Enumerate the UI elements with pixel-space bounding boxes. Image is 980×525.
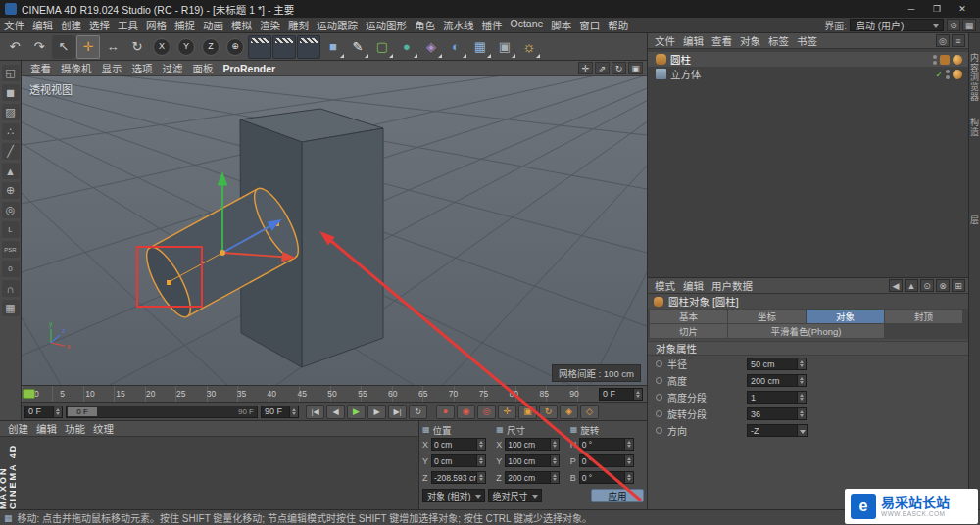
attribute-menu-item[interactable]: 模式	[651, 278, 679, 293]
menu-item[interactable]: 脚本	[547, 18, 575, 32]
menu-item[interactable]: 插件	[478, 18, 507, 32]
point-mode-icon[interactable]: ∴	[2, 123, 20, 140]
menu-item[interactable]: 创建	[57, 18, 85, 32]
side-tab[interactable]: 层	[968, 215, 980, 225]
key-position-button[interactable]: ✛	[498, 405, 516, 419]
texture-mode-icon[interactable]: ▨	[2, 104, 20, 120]
side-tab[interactable]: 内容浏览器	[968, 53, 980, 102]
menu-item[interactable]: 网格	[142, 18, 171, 32]
menu-item[interactable]: 窗口	[575, 18, 604, 32]
key-pla-button[interactable]: ◇	[580, 405, 599, 419]
viewport-maximize-icon[interactable]: ▣	[628, 62, 643, 74]
camera-icon[interactable]: ▣	[493, 35, 516, 59]
menu-item[interactable]: 动画	[199, 18, 227, 32]
record-selection-button[interactable]: ◎	[477, 405, 496, 419]
model-mode-icon[interactable]: ◼	[2, 84, 20, 101]
attr-grid-icon[interactable]: ⊞	[952, 279, 965, 292]
attr-up-icon[interactable]: ▲	[905, 279, 918, 292]
material-menu-item[interactable]: 编辑	[32, 421, 61, 436]
position-field[interactable]: 0 cm	[431, 454, 486, 467]
viewport-zoom-icon[interactable]: ⇗	[595, 62, 610, 74]
interface-search-icon[interactable]: ⊙	[947, 19, 960, 31]
primitive-cube-icon[interactable]: ■	[321, 35, 345, 59]
menu-item[interactable]: 工具	[114, 18, 142, 32]
current-frame-field[interactable]: 0 F	[24, 406, 63, 418]
render-view-icon[interactable]	[248, 35, 271, 59]
coordinate-system-icon[interactable]: ⊕	[223, 35, 247, 59]
move-tool-icon[interactable]: ✛	[76, 35, 100, 59]
generators-icon[interactable]: ●	[395, 35, 418, 59]
snap-icon[interactable]: ∩	[2, 280, 20, 297]
object-manager-menu-item[interactable]: 标签	[764, 33, 793, 48]
menu-item[interactable]: 渲染	[256, 18, 284, 32]
object-row-cylinder[interactable]: 圆柱	[648, 52, 968, 67]
make-editable-icon[interactable]: ◱	[2, 65, 20, 81]
attribute-tab[interactable]: 封顶	[885, 310, 962, 323]
handle-point[interactable]	[167, 280, 172, 285]
om-menu-icon[interactable]: ≡	[952, 34, 965, 47]
autokey-button[interactable]: ◉	[457, 405, 475, 419]
z-axis-lock-icon[interactable]: Z	[199, 35, 222, 59]
material-menu-item[interactable]: 功能	[61, 421, 89, 436]
environment-icon[interactable]: ◐	[444, 35, 467, 59]
field-input[interactable]: 200 cm	[747, 374, 807, 387]
menu-item[interactable]: 雕刻	[284, 18, 313, 32]
goto-end-button[interactable]: ▶|	[388, 405, 407, 419]
attribute-tab[interactable]: 基本	[650, 310, 727, 323]
size-mode-select[interactable]: 绝对尺寸	[488, 489, 542, 502]
next-frame-button[interactable]: ▶	[368, 405, 386, 419]
phong-tag-icon[interactable]	[953, 70, 962, 79]
viewport-solo-icon[interactable]: ◎	[2, 202, 20, 218]
viewport-menu-item[interactable]: 显示	[97, 61, 127, 75]
rotate-tool-icon[interactable]: ↻	[125, 35, 149, 59]
attribute-tab[interactable]: 切片	[650, 324, 727, 338]
material-menu-item[interactable]: 纹理	[89, 421, 118, 436]
frame-range-slider[interactable]: 0 F 90 F	[66, 406, 258, 418]
menu-item[interactable]: 编辑	[28, 18, 57, 32]
spinner-icon[interactable]	[634, 388, 643, 401]
material-menu-item[interactable]: 创建	[4, 421, 32, 436]
attribute-tab[interactable]: 平滑着色(Phong)	[728, 324, 884, 338]
attribute-tab[interactable]: 坐标	[728, 310, 806, 323]
edge-mode-icon[interactable]: ╱	[2, 143, 20, 160]
object-manager-menu-item[interactable]: 查看	[708, 33, 736, 48]
visibility-dots[interactable]	[933, 55, 937, 65]
object-manager-menu-item[interactable]: 对象	[736, 33, 764, 48]
viewport-menu-item[interactable]: 查看	[25, 61, 56, 75]
key-parameter-button[interactable]: ◈	[560, 405, 578, 419]
enabled-check-icon[interactable]: ✓	[935, 70, 943, 79]
coordinate-mode-select[interactable]: 对象 (相对)	[422, 489, 485, 502]
position-field[interactable]: -208.593 cm	[431, 471, 486, 484]
range-handle[interactable]: 0 F	[68, 407, 97, 416]
scale-tool-icon[interactable]: ↔	[101, 35, 124, 59]
side-tab[interactable]: 构造	[968, 118, 980, 137]
animation-dot-icon[interactable]	[656, 394, 662, 401]
apply-button[interactable]: 应用	[591, 489, 644, 502]
menu-item[interactable]: 选择	[85, 18, 114, 32]
light-icon[interactable]: ☼	[517, 35, 541, 59]
object-manager-menu-item[interactable]: 编辑	[679, 33, 708, 48]
polygon-mode-icon[interactable]: ▲	[2, 163, 20, 179]
menu-item[interactable]: 角色	[411, 18, 439, 32]
viewport-menu-item[interactable]: 选项	[127, 61, 158, 75]
rotation-field[interactable]: 0 °	[579, 438, 634, 451]
undo-icon[interactable]: ↶	[3, 35, 26, 59]
axis-lock-icon[interactable]: L	[2, 221, 20, 238]
menu-item[interactable]: 文件	[0, 18, 28, 32]
menu-item[interactable]: 流水线	[439, 18, 478, 32]
size-field[interactable]: 200 cm	[505, 471, 560, 484]
interface-layout-icon[interactable]: ▦	[962, 19, 976, 31]
attr-lock-icon[interactable]: ⊗	[936, 279, 950, 292]
psr-icon[interactable]: PSR	[2, 241, 20, 258]
record-keyframe-button[interactable]: ●	[436, 405, 455, 419]
viewport-canvas[interactable]: y x z 透视视图 网格间距 : 100 cm	[22, 76, 647, 385]
viewport-rotate-icon[interactable]: ↻	[612, 62, 626, 74]
viewport-menu-item-prorender[interactable]: ProRender	[219, 63, 281, 74]
subdivision-surface-icon[interactable]: ▢	[370, 35, 394, 59]
om-filter-icon[interactable]: ◎	[936, 34, 950, 47]
key-rotation-button[interactable]: ↻	[539, 405, 558, 419]
end-frame-field[interactable]: 90 F	[261, 406, 299, 418]
loop-button[interactable]: ↻	[409, 405, 427, 419]
y-axis-lock-icon[interactable]: Y	[174, 35, 198, 59]
maximize-button[interactable]: ❐	[924, 0, 950, 18]
